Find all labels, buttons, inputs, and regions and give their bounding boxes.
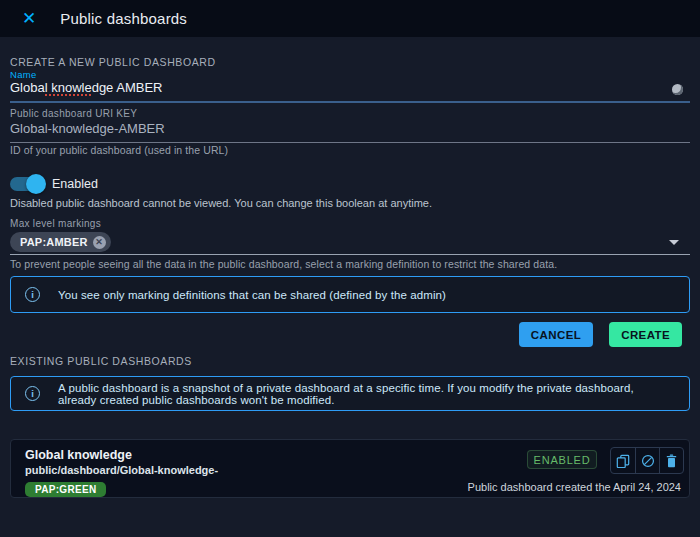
enabled-toggle[interactable] bbox=[8, 174, 46, 194]
uri-helper-text: ID of your public dashboard (used in the… bbox=[10, 144, 228, 156]
marking-chip-label: PAP:GREEN bbox=[25, 482, 106, 497]
spellcheck-extension-icon[interactable] bbox=[672, 84, 683, 95]
dashboard-name: Global knowledge bbox=[25, 448, 132, 462]
uri-field-label: Public dashboard URI KEY bbox=[10, 108, 137, 119]
markings-field-label: Max level markings bbox=[10, 218, 101, 229]
drawer-header: ✕ Public dashboards bbox=[0, 0, 700, 37]
trash-icon bbox=[665, 454, 678, 468]
dashboard-uri: public/dashboard/Global-knowledge- bbox=[25, 464, 218, 476]
existing-info-alert: i A public dashboard is a snapshot of a … bbox=[10, 376, 690, 411]
disable-button[interactable] bbox=[635, 448, 659, 473]
chevron-down-icon[interactable] bbox=[669, 240, 679, 245]
create-section-label: CREATE A NEW PUBLIC DASHBOARD bbox=[10, 56, 216, 68]
spellcheck-underline bbox=[45, 93, 91, 96]
marking-chip-label: PAP:AMBER bbox=[20, 236, 88, 248]
markings-underline bbox=[10, 254, 690, 255]
markings-info-alert-text: You see only marking definitions that ca… bbox=[58, 289, 446, 301]
toggle-thumb-icon bbox=[26, 174, 46, 194]
dashboard-card[interactable]: Global knowledge public/dashboard/Global… bbox=[10, 439, 690, 498]
created-date-text: Public dashboard created the April 24, 2… bbox=[468, 481, 681, 493]
marking-chip-pap-green: PAP:GREEN bbox=[25, 479, 106, 497]
markings-helper-text: To prevent people seeing all the data in… bbox=[10, 258, 557, 270]
status-badge: ENABLED bbox=[527, 450, 597, 469]
enabled-helper-text: Disabled public dashboard cannot be view… bbox=[10, 197, 432, 209]
markings-info-alert: i You see only marking definitions that … bbox=[10, 276, 690, 313]
create-button[interactable]: CREATE bbox=[609, 322, 682, 347]
close-icon[interactable]: ✕ bbox=[22, 10, 36, 27]
delete-button[interactable] bbox=[659, 448, 683, 473]
block-icon bbox=[641, 454, 655, 468]
copy-link-button[interactable] bbox=[611, 448, 635, 473]
marking-chip-pap-amber[interactable]: PAP:AMBER ✕ bbox=[10, 232, 111, 252]
cancel-button[interactable]: CANCEL bbox=[519, 322, 593, 347]
existing-info-alert-text: A public dashboard is a snapshot of a pr… bbox=[58, 382, 675, 406]
card-action-group bbox=[610, 447, 684, 474]
chip-delete-icon[interactable]: ✕ bbox=[93, 236, 106, 249]
name-field-label: Name bbox=[10, 69, 37, 80]
enabled-toggle-label: Enabled bbox=[52, 177, 98, 191]
uri-key-input[interactable] bbox=[10, 121, 690, 143]
name-input[interactable] bbox=[10, 80, 690, 103]
info-icon: i bbox=[25, 287, 40, 302]
info-icon: i bbox=[25, 386, 40, 401]
existing-section-label: EXISTING PUBLIC DASHBOARDS bbox=[10, 355, 192, 367]
page-title: Public dashboards bbox=[60, 10, 187, 27]
form-actions: CANCEL CREATE bbox=[519, 322, 682, 347]
public-dashboards-drawer: ✕ Public dashboards CREATE A NEW PUBLIC … bbox=[0, 0, 700, 537]
copy-icon bbox=[616, 454, 630, 468]
